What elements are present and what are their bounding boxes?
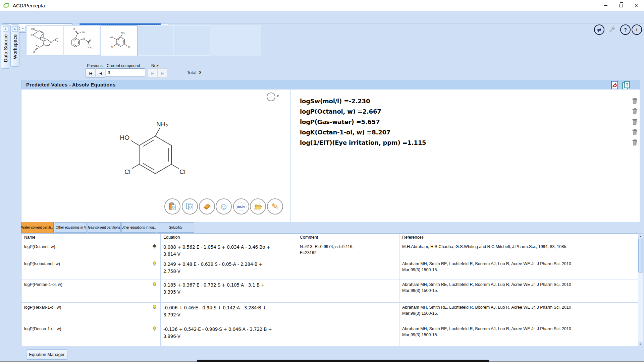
equation-comment xyxy=(297,280,399,303)
atom-label: HO xyxy=(31,28,35,30)
equation-formula: 0.185 + 0.367·E - 0.732·S + 0.105·A - 3.… xyxy=(161,280,297,303)
about-button[interactable]: i xyxy=(632,24,642,35)
scroll-up-button[interactable]: ▲ xyxy=(638,234,643,239)
dictionary-button[interactable] xyxy=(199,198,215,215)
atom-label: O xyxy=(83,38,85,40)
current-compound-input[interactable] xyxy=(106,68,145,76)
equation-name: logP(Decan-1-ol, w) xyxy=(24,326,61,332)
tools-button[interactable] xyxy=(608,24,617,34)
delete-prediction-button[interactable] xyxy=(632,129,637,135)
maximize-button[interactable] xyxy=(613,0,629,11)
sidebar-tab-workspace-label: Workspace xyxy=(12,34,18,59)
sidebar-tab-data-source[interactable]: > Data Source xyxy=(1,24,10,69)
table-row-name[interactable]: logP(Octanol, w) xyxy=(21,242,161,259)
compound-structure-thumbnail: NH₂ HO Cl Cl xyxy=(101,26,136,54)
tab-solubility[interactable]: Solubility xyxy=(157,222,194,233)
predicted-values-list: logSw(mol/l) =-2.230 logP(Octanol, w) =2… xyxy=(300,96,639,148)
equation-references: Abraham MH, Smith RE, Luchtefeld R, Boor… xyxy=(399,324,638,346)
title-bar: ACD/Percepta × xyxy=(0,0,644,11)
equation-manager-button[interactable]: Equation Manager xyxy=(26,349,67,360)
open-structure-button[interactable] xyxy=(250,198,266,215)
smiles-button[interactable]: ☺ xyxy=(216,198,232,215)
next-label: Next xyxy=(151,63,160,68)
expand-data-source-icon[interactable]: > xyxy=(3,26,8,32)
previous-compound-button[interactable]: ◀ xyxy=(96,68,105,78)
prediction-row: logP(Octanol, w) =2.667 xyxy=(300,106,639,117)
expand-workspace-icon[interactable]: > xyxy=(12,26,18,32)
delete-prediction-button[interactable] xyxy=(632,108,637,115)
atom-label: O xyxy=(31,34,32,36)
equation-name: logP(Isobutanol, w) xyxy=(24,261,60,267)
sun-dark-icon xyxy=(152,244,157,249)
trash-icon xyxy=(632,129,637,135)
minimize-button[interactable] xyxy=(598,0,613,11)
help-button[interactable]: ? xyxy=(620,24,631,35)
scrollbar-thumb[interactable] xyxy=(638,239,643,273)
atom-label-cl-left: Cl xyxy=(124,168,130,175)
copy-pages-icon xyxy=(185,202,194,211)
window-title: ACD/Percepta xyxy=(13,3,45,8)
close-icon: × xyxy=(635,3,638,8)
table-row-name[interactable]: logP(Isobutanol, w) xyxy=(21,259,161,280)
collapse-thumbnails-button[interactable]: − xyxy=(20,26,25,32)
next-compound-button[interactable]: ▶ xyxy=(148,68,157,78)
switch-module-button[interactable]: ⇄ xyxy=(594,24,604,35)
equation-name: logP(Octanol, w) xyxy=(24,244,55,250)
sun-yellow-icon xyxy=(152,261,157,266)
tab-water-solvent-partitions[interactable]: Water-solvent partiti... xyxy=(21,222,54,233)
column-header-name: Name xyxy=(21,234,161,242)
minimize-icon xyxy=(604,5,607,5)
tab-other-equations-in-v[interactable]: Other equations in V xyxy=(55,222,87,233)
scroll-down-button[interactable]: ▼ xyxy=(638,342,643,347)
previous-label: Previous xyxy=(87,63,103,68)
export-pdf-button[interactable] xyxy=(610,81,620,90)
equation-formula: -0.136 + 0.542·E - 0.989·S + 0.046·A - 3… xyxy=(161,324,297,346)
sidebar-tab-data-source-label: Data Source xyxy=(3,34,8,62)
compound-thumbnail-1[interactable]: HO O OH N O xyxy=(27,25,63,56)
trash-icon xyxy=(632,98,637,104)
sun-yellow-icon xyxy=(152,326,157,331)
structure-options-button[interactable] xyxy=(267,93,275,101)
equation-formula: 0.249 + 0.48·E - 0.639·S - 0.05·A - 2.28… xyxy=(161,259,297,280)
edit-structure-button[interactable]: ✎ xyxy=(267,198,283,215)
sun-yellow-icon xyxy=(152,304,157,309)
panel-header: Predicted Values - Absolv Equations T xyxy=(21,80,640,89)
compound-thumbnail-2[interactable]: O OH O CH₃ xyxy=(64,25,100,56)
table-scrollbar[interactable]: ▲ ▼ xyxy=(638,233,643,347)
structure-options-arrow-icon[interactable]: ▼ xyxy=(276,95,279,98)
equation-references: Abraham MH, Smith RE, Luchtefeld R, Boor… xyxy=(399,303,638,324)
delete-prediction-button[interactable] xyxy=(632,119,637,125)
tab-gas-solvent-partitions[interactable]: Gas-solvent partitions xyxy=(88,222,121,233)
prediction-row: logP(Gas-water) =5.657 xyxy=(300,117,639,127)
delete-prediction-button[interactable] xyxy=(632,139,637,146)
inchi-button[interactable]: InChI xyxy=(233,198,249,215)
atom-label: O xyxy=(33,51,35,53)
trash-icon xyxy=(632,139,637,146)
atom-label: CH₃ xyxy=(88,46,93,49)
last-compound-button[interactable]: ▶| xyxy=(158,68,167,78)
app-window: ACD/Percepta × History ▼ Equations ▼ ⇄ xyxy=(0,0,644,362)
trash-icon xyxy=(632,119,637,125)
empty-thumbnail-slot xyxy=(138,25,174,56)
close-button[interactable]: × xyxy=(629,0,644,11)
table-row-name[interactable]: logP(Pentan-1-ol, w) xyxy=(21,280,161,303)
sidebar-tab-workspace[interactable]: > Workspace xyxy=(10,24,19,67)
panel-title: Predicted Values - Absolv Equations xyxy=(26,82,116,87)
panel-divider xyxy=(290,89,291,222)
compound-thumbnail-strip: HO O OH N O O OH O CH₃ xyxy=(26,25,261,56)
prediction-value: logP(Gas-water) =5.657 xyxy=(300,118,380,125)
sun-yellow-icon xyxy=(152,282,157,287)
table-row-name[interactable]: logP(Decan-1-ol, w) xyxy=(21,324,161,346)
copy-report-button[interactable]: T xyxy=(622,81,631,90)
compound-thumbnail-3-selected[interactable]: NH₂ HO Cl Cl xyxy=(101,25,138,56)
tab-other-equations-in-log[interactable]: Other equations in log... xyxy=(121,222,156,233)
book-icon xyxy=(203,202,211,211)
first-compound-button[interactable]: |◀ xyxy=(86,68,95,78)
prediction-row: logSw(mol/l) =-2.230 xyxy=(300,96,639,106)
copy-structure-button[interactable] xyxy=(182,198,198,215)
table-row-name[interactable]: logP(Hexan-1-ol, w) xyxy=(21,303,161,324)
trash-icon xyxy=(632,108,637,115)
structure-canvas: NH₂ HO Cl Cl xyxy=(111,112,198,180)
paste-structure-button[interactable] xyxy=(164,198,180,215)
delete-prediction-button[interactable] xyxy=(632,98,637,104)
